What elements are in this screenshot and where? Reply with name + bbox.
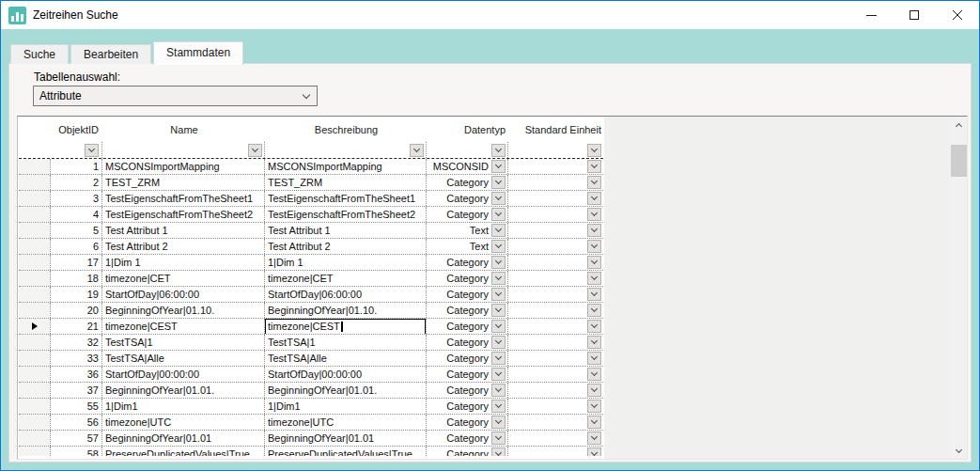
scroll-up-button[interactable] [951, 117, 967, 133]
cell-name[interactable]: TestTSA|1 [101, 335, 264, 350]
row-header-cell[interactable] [19, 239, 50, 254]
cell-datentyp[interactable]: Category [426, 447, 507, 456]
cell-standard-einheit[interactable] [507, 415, 603, 430]
cell-dropdown-button[interactable] [491, 336, 506, 349]
cell-datentyp[interactable]: Category [426, 399, 507, 414]
cell-datentyp[interactable]: Category [426, 367, 507, 382]
cell-dropdown-button[interactable] [587, 432, 601, 445]
cell-objektid[interactable]: 55 [50, 399, 101, 414]
row-header-cell[interactable] [19, 447, 50, 456]
cell-beschreibung[interactable]: PreserveDuplicatedValues|True [264, 447, 426, 456]
cell-dropdown-button[interactable] [587, 304, 601, 317]
cell-beschreibung[interactable]: MSCONSImportMapping [264, 159, 426, 174]
cell-datentyp[interactable]: Category [426, 175, 507, 190]
cell-dropdown-button[interactable] [587, 320, 601, 333]
cell-dropdown-button[interactable] [491, 304, 506, 317]
cell-dropdown-button[interactable] [587, 288, 601, 301]
cell-datentyp[interactable]: Category [426, 287, 507, 302]
cell-datentyp[interactable]: Category [426, 255, 507, 270]
row-header-cell[interactable] [19, 335, 50, 350]
cell-datentyp[interactable]: Category [426, 335, 507, 350]
cell-objektid[interactable]: 5 [50, 223, 101, 238]
cell-datentyp[interactable]: MSCONSID [426, 159, 507, 174]
cell-beschreibung[interactable]: StartOfDay|06:00:00 [264, 287, 426, 302]
maximize-button[interactable] [893, 1, 936, 29]
cell-name[interactable]: Test Attribut 2 [101, 239, 264, 254]
cell-name[interactable]: TEST_ZRM [101, 175, 264, 190]
cell-objektid[interactable]: 19 [50, 287, 101, 302]
cell-dropdown-button[interactable] [491, 192, 506, 205]
cell-dropdown-button[interactable] [491, 368, 506, 381]
cell-name[interactable]: 1|Dim 1 [101, 255, 264, 270]
cell-dropdown-button[interactable] [587, 272, 601, 285]
filter-dropdown-button[interactable] [85, 144, 99, 157]
column-header-standard-einheit[interactable]: Standard Einheit [507, 118, 603, 142]
cell-standard-einheit[interactable] [507, 303, 603, 318]
cell-dropdown-button[interactable] [587, 256, 601, 269]
tabellenauswahl-combobox[interactable]: Attribute [33, 86, 318, 106]
row-header-cell[interactable] [19, 383, 50, 398]
cell-name[interactable]: BeginningOfYear|01.01 [101, 431, 264, 446]
cell-objektid[interactable]: 6 [50, 239, 101, 254]
cell-datentyp[interactable]: Category [426, 351, 507, 366]
cell-dropdown-button[interactable] [491, 400, 506, 413]
cell-standard-einheit[interactable] [507, 335, 603, 350]
cell-name[interactable]: TestTSA|Alle [101, 351, 264, 366]
cell-beschreibung[interactable]: TEST_ZRM [264, 175, 426, 190]
column-header-beschreibung[interactable]: Beschreibung [264, 118, 426, 142]
cell-dropdown-button[interactable] [587, 192, 601, 205]
cell-dropdown-button[interactable] [587, 416, 601, 429]
cell-dropdown-button[interactable] [491, 384, 506, 397]
cell-dropdown-button[interactable] [491, 352, 506, 365]
cell-objektid[interactable]: 33 [50, 351, 101, 366]
column-header-datentyp[interactable]: Datentyp [426, 118, 507, 142]
cell-name[interactable]: PreserveDuplicatedValues|True [101, 447, 264, 456]
cell-beschreibung[interactable]: BeginningOfYear|01.01. [264, 383, 426, 398]
cell-datentyp[interactable]: Text [426, 223, 507, 238]
cell-name[interactable]: TestEigenschaftFromTheSheet1 [101, 191, 264, 206]
cell-datentyp[interactable]: Category [426, 383, 507, 398]
cell-dropdown-button[interactable] [587, 368, 601, 381]
cell-dropdown-button[interactable] [587, 447, 601, 456]
cell-dropdown-button[interactable] [587, 208, 601, 221]
cell-datentyp[interactable]: Text [426, 239, 507, 254]
cell-name[interactable]: timezone|CEST [101, 319, 264, 334]
filter-dropdown-button[interactable] [248, 144, 262, 157]
row-header-cell[interactable] [19, 319, 50, 334]
row-header-cell[interactable] [19, 415, 50, 430]
cell-objektid[interactable]: 37 [50, 383, 101, 398]
cell-datentyp[interactable]: Category [426, 319, 507, 334]
tab-stammdaten[interactable]: Stammdaten [153, 41, 243, 65]
cell-standard-einheit[interactable] [507, 159, 603, 174]
row-header-cell[interactable] [19, 255, 50, 270]
cell-objektid[interactable]: 1 [50, 159, 101, 174]
row-header-cell[interactable] [19, 287, 50, 302]
cell-name[interactable]: BeginningOfYear|01.01. [101, 383, 264, 398]
row-header-cell[interactable] [19, 271, 50, 286]
cell-dropdown-button[interactable] [587, 384, 601, 397]
cell-dropdown-button[interactable] [491, 447, 506, 456]
filter-dropdown-button[interactable] [410, 144, 424, 157]
cell-standard-einheit[interactable] [507, 175, 603, 190]
close-button[interactable] [936, 1, 979, 29]
cell-dropdown-button[interactable] [491, 288, 506, 301]
cell-dropdown-button[interactable] [491, 176, 506, 189]
cell-dropdown-button[interactable] [587, 224, 601, 237]
column-header-objektid[interactable]: ObjektID [50, 118, 101, 142]
cell-datentyp[interactable]: Category [426, 431, 507, 446]
tab-suche[interactable]: Suche [10, 44, 69, 64]
cell-standard-einheit[interactable] [507, 255, 603, 270]
filter-dropdown-button[interactable] [587, 144, 601, 157]
filter-dropdown-button[interactable] [491, 144, 506, 157]
cell-dropdown-button[interactable] [587, 176, 601, 189]
cell-dropdown-button[interactable] [491, 160, 506, 173]
cell-beschreibung[interactable]: StartOfDay|00:00:00 [264, 367, 426, 382]
cell-dropdown-button[interactable] [587, 400, 601, 413]
cell-standard-einheit[interactable] [507, 383, 603, 398]
cell-datentyp[interactable]: Category [426, 207, 507, 222]
cell-name[interactable]: Test Attribut 1 [101, 223, 264, 238]
cell-name[interactable]: TestEigenschaftFromTheSheet2 [101, 207, 264, 222]
cell-name[interactable]: timezone|UTC [101, 415, 264, 430]
cell-datentyp[interactable]: Category [426, 415, 507, 430]
cell-name[interactable]: StartOfDay|06:00:00 [101, 287, 264, 302]
